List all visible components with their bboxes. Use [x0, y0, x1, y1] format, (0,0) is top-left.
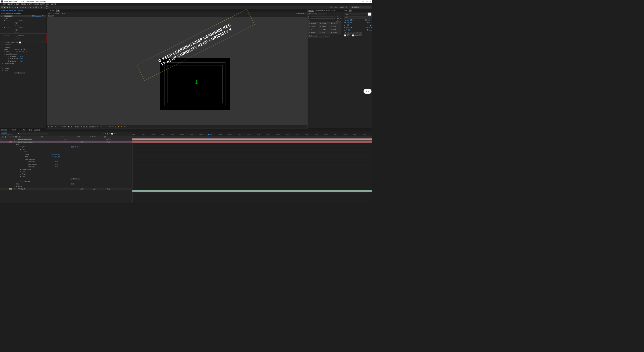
orbit-x-dial[interactable] — [15, 22, 18, 26]
col-mode[interactable]: 模式 — [77, 136, 90, 138]
eraser-tool-icon[interactable]: ⌫ — [35, 6, 37, 8]
viewer-menu-icon[interactable]: ≡ — [47, 10, 48, 11]
stopwatch-icon[interactable]: ⏱ — [4, 42, 6, 43]
layer-row-controller[interactable]: ● ▾ 2 HandyCam_Controller 单 / 正常 ▾ @ 无 ▾ — [0, 141, 132, 143]
3d-axis-gizmo[interactable] — [195, 82, 198, 85]
view3-icon[interactable]: ⊡ — [112, 126, 113, 127]
baseline-value[interactable]: 0 像素 — [346, 29, 350, 31]
menu-view[interactable]: 视图(V) — [39, 3, 46, 5]
anchor-dot[interactable] — [308, 18, 310, 19]
tab-other[interactable]: ■ 界奇 — [22, 129, 26, 131]
timeline-search[interactable] — [19, 133, 48, 135]
about-link[interactable]: 关于.. — [42, 15, 46, 17]
leading-value[interactable]: 自动 — [367, 19, 370, 21]
anchor-dot[interactable] — [308, 20, 310, 21]
breadcrumb-comp1[interactable]: 合成1 — [48, 13, 52, 15]
menu-layer[interactable]: 图层(L) — [20, 3, 26, 5]
view2-icon[interactable]: ⊞ — [109, 126, 111, 127]
roi-icon[interactable]: ▣ — [83, 126, 85, 127]
tl-fx-icon[interactable]: ⊡ — [109, 133, 110, 134]
tracking-value[interactable]: 0 — [369, 22, 370, 23]
bold-button[interactable]: T — [344, 32, 347, 34]
task-launch-dropdown[interactable]: Task Launch ▾ — [308, 35, 325, 37]
clone-tool-icon[interactable]: ⧉ — [32, 6, 34, 8]
subscript-button[interactable]: T₁ — [359, 32, 362, 34]
null-button[interactable]: ◇ NULL — [308, 28, 319, 31]
anchor-tool-icon[interactable]: ⊹ — [19, 6, 21, 8]
home-icon[interactable]: ⌂ — [1, 6, 3, 8]
workspace-standard[interactable]: 标准 — [335, 6, 338, 8]
stopwatch-icon[interactable]: ⏱ — [6, 20, 8, 21]
clone-button[interactable]: ⧉ CLONE — [308, 25, 319, 28]
superscript-button[interactable]: T¹ — [356, 32, 359, 34]
fill-swatch[interactable] — [368, 13, 372, 16]
utility-group[interactable]: Utility — [5, 70, 8, 71]
breadcrumb-other[interactable]: 界奇 — [62, 13, 65, 15]
col-trkmat[interactable]: T .TrkMat — [90, 136, 103, 138]
zoom-tool-icon[interactable]: 🔍 — [9, 6, 11, 8]
arrow-center-icon[interactable]: ⊙ — [341, 18, 342, 19]
blend-button[interactable]: ◐ BLEND — [319, 22, 330, 25]
cam-orients-checkbox[interactable] — [19, 41, 21, 43]
orbit-y-value[interactable]: 0x +0.0° — [18, 27, 23, 28]
position-offset-group[interactable]: Position Offset — [5, 63, 14, 64]
spin-button[interactable]: ↻ SPIN — [319, 31, 330, 34]
tl-setup-button[interactable]: Setup — [70, 178, 80, 180]
view4-icon[interactable]: ◫ — [115, 126, 116, 127]
exposure-value[interactable]: +0.0 — [124, 126, 126, 127]
offset-value[interactable]: 0.0, 0.0, 0.0 — [19, 51, 27, 53]
transparency-icon[interactable]: ▦ — [86, 126, 87, 127]
motion-preset-dropdown[interactable]: Motion v2 ▾ — [308, 13, 325, 15]
help-search[interactable]: 🔍 搜索帮助 — [351, 6, 372, 8]
timeline-tracks[interactable] — [132, 138, 372, 203]
col-parent[interactable]: 父级 — [103, 136, 116, 138]
font-style-dropdown[interactable]: Bold — [344, 16, 371, 19]
setup-button[interactable]: Setup — [15, 72, 25, 74]
resolution-dropdown[interactable]: 二分之一 — [74, 126, 79, 128]
vscale-value[interactable]: 150 % — [346, 27, 350, 28]
mask-toggle-icon[interactable]: ▦ — [48, 126, 49, 127]
col-name[interactable]: 图层名称 — [14, 136, 41, 138]
col-label[interactable]: ◆ — [9, 136, 12, 138]
dolly-value[interactable]: 0.00 — [20, 60, 23, 62]
font-family-dropdown[interactable]: Arial — [344, 13, 365, 15]
stopwatch-icon[interactable]: ⏱ — [6, 27, 8, 28]
fast-preview-icon[interactable]: ⚡ — [117, 126, 119, 127]
task-go-button[interactable]: ▶ — [325, 35, 329, 37]
minimize-button[interactable]: — — [362, 1, 364, 3]
view1-icon[interactable]: ☐ — [107, 126, 108, 127]
col-comment[interactable]: 注释 — [41, 136, 61, 138]
orbit-y-dial[interactable] — [15, 29, 18, 33]
workspace-library[interactable]: 库 — [345, 6, 347, 8]
tab-script-mgr[interactable]: AE脚本管理器 — [315, 10, 325, 12]
eyedropper-icon[interactable]: ✎ — [366, 13, 367, 15]
ec-plugin-row[interactable]: fx ▾ HandyCam 重置 Register 关于.. — [0, 15, 46, 17]
tl-shy-icon[interactable]: ▸ — [103, 133, 104, 134]
workspace-menu-icon[interactable]: » — [348, 6, 349, 8]
res-full-icon[interactable]: ⊡ — [57, 126, 58, 127]
tl-opt-icon[interactable]: ⊙ — [114, 133, 115, 134]
text-tool-icon[interactable]: T — [27, 6, 29, 8]
snapshot-icon[interactable]: 📷 — [68, 126, 69, 127]
stopwatch-icon[interactable]: ⏱ — [6, 34, 8, 36]
italic-button[interactable]: T — [347, 32, 350, 34]
arrow-down-icon[interactable]: ↓ — [342, 20, 342, 21]
tl-graph-icon[interactable]: 📈 — [111, 133, 113, 134]
hand-tool-icon[interactable]: ✋ — [6, 6, 8, 8]
orbit-z-value[interactable]: 0x +20.0° — [18, 34, 24, 36]
orbit-button[interactable]: ◯ ORBIT — [319, 28, 330, 31]
col-switches[interactable]: 单# — [61, 136, 77, 138]
menu-animation[interactable]: 动画(A) — [33, 3, 39, 5]
tsume-value[interactable]: 0 % — [369, 29, 372, 31]
kerning-dropdown[interactable]: 度量标准 — [347, 22, 352, 24]
tab-paragraph[interactable]: 段落 — [344, 10, 347, 12]
advanced-group[interactable]: Advanced — [5, 44, 11, 46]
time-ruler[interactable]: 0000000100002000030000400005000060000700… — [132, 131, 372, 136]
menu-help[interactable]: 帮助(H) — [51, 3, 57, 5]
excite-button[interactable]: ✦ EXCITE — [308, 22, 319, 25]
truck-value[interactable]: 0.00 — [20, 56, 23, 57]
viewer-canvas[interactable]: G KEEP LEARNING KEEP LEARNING KEE TY KEE… — [47, 17, 307, 125]
motion-wave-icon[interactable]: 〰 — [325, 13, 327, 15]
lookat-group[interactable]: Look At — [5, 46, 10, 48]
hscale-value[interactable]: 150 % — [366, 27, 370, 28]
